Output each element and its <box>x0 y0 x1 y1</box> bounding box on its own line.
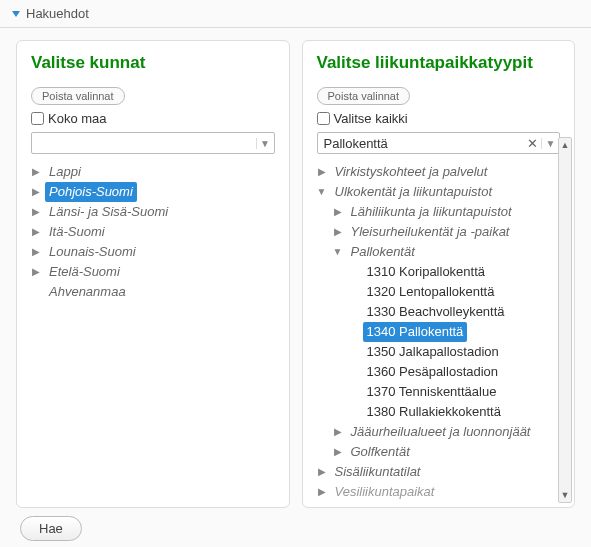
chevron-right-icon: ▶ <box>31 182 41 202</box>
select-all-label: Valitse kaikki <box>334 111 408 126</box>
tree-node[interactable]: ▶Sisäliikuntatilat <box>317 462 561 482</box>
chevron-right-icon: ▶ <box>333 442 343 462</box>
chevron-right-icon: ▶ <box>333 222 343 242</box>
tree-leaf-selected[interactable]: 1340 Pallokenttä <box>349 322 561 342</box>
combo-arrow-icon[interactable]: ▼ <box>541 138 559 149</box>
type-combo[interactable]: Pallokenttä ✕ ▼ <box>317 132 561 154</box>
tree-node[interactable]: ▶Lähiliikunta ja liikuntapuistot <box>333 202 561 222</box>
tree-node[interactable]: Ahvenanmaa <box>31 282 275 302</box>
clear-selections-right[interactable]: Poista valinnat <box>317 87 411 105</box>
footer: Hae <box>0 516 591 541</box>
tree-node[interactable]: ▶Lappi <box>31 162 275 182</box>
tree-leaf[interactable]: 1310 Koripallokenttä <box>349 262 561 282</box>
chevron-right-icon: ▶ <box>317 462 327 482</box>
tree-node[interactable]: ▶Itä-Suomi <box>31 222 275 242</box>
panel-types: Valitse liikuntapaikkatyypit Poista vali… <box>302 40 576 508</box>
tree-node[interactable]: ▶Länsi- ja Sisä-Suomi <box>31 202 275 222</box>
type-tree: ▶Virkistyskohteet ja palvelut ▼Ulkokentä… <box>317 162 561 502</box>
whole-country-label: Koko maa <box>48 111 107 126</box>
type-combo-value: Pallokenttä <box>318 136 524 151</box>
combo-arrow-icon[interactable]: ▼ <box>256 138 274 149</box>
tree-node-label: Etelä-Suomi <box>45 262 124 282</box>
tree-node[interactable]: ▼Pallokentät <box>333 242 561 262</box>
tree-leaf[interactable]: 1380 Rullakiekkokenttä <box>349 402 561 422</box>
tree-node[interactable]: ▶Virkistyskohteet ja palvelut <box>317 162 561 182</box>
chevron-right-icon: ▶ <box>31 262 41 282</box>
tree-node[interactable]: ▼Ulkokentät ja liikuntapuistot <box>317 182 561 202</box>
main-container: Hakuehdot Valitse kunnat Poista valinnat… <box>0 0 591 547</box>
panel-title-left: Valitse kunnat <box>31 53 275 73</box>
tree-node-label: Länsi- ja Sisä-Suomi <box>45 202 172 222</box>
chevron-right-icon: ▶ <box>31 222 41 242</box>
select-all-row[interactable]: Valitse kaikki <box>317 111 561 126</box>
tree-leaf[interactable]: 1330 Beachvolleykenttä <box>349 302 561 322</box>
panel-title-right: Valitse liikuntapaikkatyypit <box>317 53 561 73</box>
whole-country-checkbox[interactable] <box>31 112 44 125</box>
tree-node-cutoff[interactable]: ▶Vesiliikuntapaikat <box>317 482 561 502</box>
tree-node[interactable]: ▶Etelä-Suomi <box>31 262 275 282</box>
chevron-right-icon: ▶ <box>317 482 327 502</box>
tree-node[interactable]: ▶Yleisurheilukentät ja -paikat <box>333 222 561 242</box>
chevron-right-icon: ▶ <box>31 242 41 262</box>
tree-node-label: Lappi <box>45 162 85 182</box>
tree-leaf[interactable]: 1320 Lentopallokenttä <box>349 282 561 302</box>
chevron-right-icon: ▶ <box>317 162 327 182</box>
chevron-down-icon: ▼ <box>333 242 343 262</box>
panels-row: Valitse kunnat Poista valinnat Koko maa … <box>0 28 591 516</box>
tree-node-label: Ahvenanmaa <box>45 282 130 302</box>
tree-leaf[interactable]: 1360 Pesäpallostadion <box>349 362 561 382</box>
tree-node-label: Lounais-Suomi <box>45 242 140 262</box>
header-title: Hakuehdot <box>26 6 89 21</box>
tree-node[interactable]: ▶Pohjois-Suomi <box>31 182 275 202</box>
tree-leaf[interactable]: 1370 Tenniskenttäalue <box>349 382 561 402</box>
clear-selections-left[interactable]: Poista valinnat <box>31 87 125 105</box>
tree-node[interactable]: ▶Lounais-Suomi <box>31 242 275 262</box>
scroll-down-icon[interactable]: ▼ <box>561 488 570 502</box>
chevron-right-icon: ▶ <box>31 202 41 222</box>
chevron-down-icon: ▼ <box>317 182 327 202</box>
tree-leaf[interactable]: 1350 Jalkapallostadion <box>349 342 561 362</box>
scroll-up-icon[interactable]: ▲ <box>561 138 570 152</box>
tree-node[interactable]: ▶Jääurheilualueet ja luonnonjäät <box>333 422 561 442</box>
chevron-right-icon: ▶ <box>31 162 41 182</box>
search-button[interactable]: Hae <box>20 516 82 541</box>
chevron-right-icon: ▶ <box>333 202 343 222</box>
municipality-tree: ▶Lappi▶Pohjois-Suomi▶Länsi- ja Sisä-Suom… <box>31 162 275 302</box>
whole-country-row[interactable]: Koko maa <box>31 111 275 126</box>
combo-clear-icon[interactable]: ✕ <box>523 136 541 151</box>
select-all-checkbox[interactable] <box>317 112 330 125</box>
tree-node-label: Pohjois-Suomi <box>45 182 137 202</box>
chevron-right-icon: ▶ <box>333 422 343 442</box>
tree-node-label: Itä-Suomi <box>45 222 109 242</box>
panel-municipalities: Valitse kunnat Poista valinnat Koko maa … <box>16 40 290 508</box>
municipality-combo[interactable]: ▼ <box>31 132 275 154</box>
chevron-down-icon <box>12 11 20 17</box>
section-header[interactable]: Hakuehdot <box>0 0 591 28</box>
vertical-scrollbar[interactable]: ▲ ▼ <box>558 137 572 503</box>
tree-node[interactable]: ▶Golfkentät <box>333 442 561 462</box>
